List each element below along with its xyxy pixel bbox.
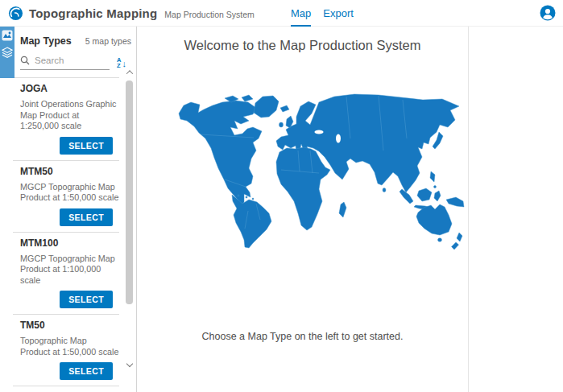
- widget-strip: [0, 27, 14, 78]
- tab-map[interactable]: Map: [291, 0, 311, 27]
- scroll-up-button[interactable]: [126, 69, 133, 76]
- main-content: Welcome to the Map Production System: [137, 27, 563, 392]
- top-nav: Map Export: [291, 0, 354, 27]
- map-widget-icon[interactable]: [2, 30, 13, 41]
- map-type-card-tm100: TM100: [13, 386, 119, 387]
- select-button-mtm50[interactable]: SELECT: [60, 208, 113, 226]
- scroll-down-button[interactable]: [126, 361, 133, 368]
- select-button-tm50[interactable]: SELECT: [60, 362, 113, 380]
- tab-export[interactable]: Export: [323, 0, 354, 27]
- map-type-description: Joint Operations Graphic Map Product at …: [20, 99, 119, 132]
- app-header: Topographic Mapping Map Production Syste…: [0, 0, 563, 27]
- app-title: Topographic Mapping: [29, 6, 157, 20]
- map-type-name: MTM50: [20, 166, 119, 177]
- layers-widget-icon[interactable]: [2, 47, 13, 58]
- map-type-name: MTM100: [20, 237, 119, 249]
- map-type-name: TM50: [20, 320, 119, 331]
- map-type-list: JOGA Joint Operations Graphic Map Produc…: [13, 77, 119, 387]
- welcome-panel: Welcome to the Map Production System: [137, 27, 469, 392]
- scroll-thumb[interactable]: [126, 80, 133, 304]
- map-type-card-mtm100: MTM100 MGCP Topographic Map Product at 1…: [13, 233, 119, 316]
- search-icon: [20, 56, 30, 65]
- search-input[interactable]: [35, 56, 94, 65]
- welcome-heading: Welcome to the Map Production System: [137, 38, 468, 53]
- search-field[interactable]: [20, 56, 110, 70]
- map-type-description: MGCP Topographic Map Product at 1:100,00…: [20, 254, 119, 287]
- select-button-mtm100[interactable]: SELECT: [60, 291, 113, 308]
- map-type-description: MGCP Topographic Map Product at 1:50,000…: [20, 182, 119, 204]
- map-type-card-mtm50: MTM50 MGCP Topographic Map Product at 1:…: [13, 161, 119, 233]
- map-type-name: JOGA: [20, 83, 119, 94]
- map-type-card-joga: JOGA Joint Operations Graphic Map Produc…: [13, 78, 119, 161]
- panel-title: Map Types: [20, 35, 85, 47]
- select-button-joga[interactable]: SELECT: [60, 137, 113, 155]
- instruction-text: Choose a Map Type on the left to get sta…: [137, 331, 468, 342]
- map-type-description: Topographic Map Product at 1:50,000 scal…: [20, 336, 119, 357]
- world-map-graphic: [177, 90, 466, 251]
- sidebar-scrollbar[interactable]: [124, 42, 135, 372]
- globe-logo-icon: [8, 6, 23, 21]
- map-types-panel: Map Types 5 map types A Z ↓ JOGA: [0, 27, 137, 392]
- app-subtitle: Map Production System: [164, 10, 254, 19]
- map-type-card-tm50: TM50 Topographic Map Product at 1:50,000…: [13, 315, 119, 386]
- user-avatar-icon[interactable]: [540, 5, 556, 21]
